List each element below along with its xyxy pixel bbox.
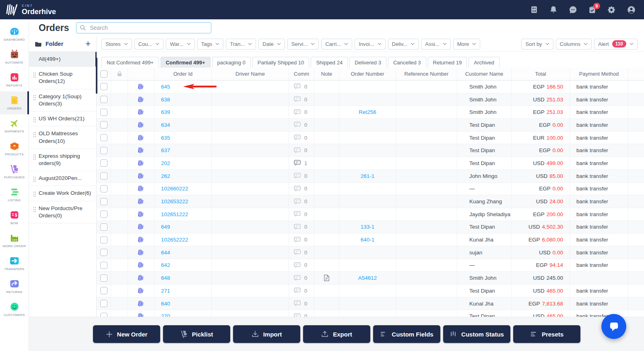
order-number-link[interactable]: 133-1 — [361, 224, 375, 230]
new-order-button[interactable]: New Order — [93, 325, 160, 343]
order-id-link[interactable]: 102651222 — [161, 211, 188, 217]
export-button[interactable]: Export — [303, 325, 370, 343]
order-id-link[interactable]: 635 — [161, 135, 170, 141]
comments-cell[interactable]: 0 — [289, 208, 314, 221]
sidebar-item-purchases[interactable]: PURCHASES — [0, 160, 29, 183]
filter-carri[interactable]: Carri... — [321, 39, 352, 50]
comments-cell[interactable]: 0 — [289, 144, 314, 157]
folder-panel-scrollbar[interactable] — [96, 58, 97, 94]
comments-cell[interactable]: 0 — [289, 81, 314, 93]
tab-confirmed-499[interactable]: Confirmed 499+ — [161, 57, 211, 68]
row-checkbox[interactable] — [100, 121, 107, 128]
note-icon[interactable] — [324, 275, 330, 281]
filter-invoi[interactable]: Invoi... — [355, 39, 385, 50]
calculator-icon[interactable] — [530, 5, 539, 14]
comments-cell[interactable]: 0 — [289, 132, 314, 144]
folder-item-all-499[interactable]: All(499+) — [29, 52, 96, 67]
tab-archived[interactable]: Archived — [469, 57, 500, 68]
drag-handle-icon[interactable] — [33, 191, 36, 197]
row-checkbox[interactable] — [100, 96, 107, 103]
order-number-link[interactable]: Ret256 — [359, 109, 376, 115]
column-header-comments[interactable]: Comm — [289, 68, 314, 80]
order-id-link[interactable]: 102653222 — [161, 198, 188, 204]
folder-item-august2020pen[interactable]: August2020Pen... — [29, 171, 96, 186]
row-checkbox[interactable] — [100, 159, 107, 167]
sidebar-item-shipments[interactable]: SHIPMENTS — [0, 114, 29, 137]
comments-cell[interactable]: 0 — [289, 259, 314, 272]
settings-icon[interactable] — [607, 5, 616, 14]
column-header-order-id[interactable]: Order Id — [155, 68, 212, 80]
drag-handle-icon[interactable] — [33, 206, 36, 213]
order-number-link[interactable]: 261-1 — [361, 173, 375, 179]
filter-more[interactable]: More — [453, 39, 481, 50]
filter-war[interactable]: War... — [166, 39, 194, 50]
sidebar-item-products[interactable]: PRODUCTS — [0, 137, 29, 160]
tab-shipped-24[interactable]: Shipped 24 — [311, 57, 348, 68]
row-checkbox[interactable] — [100, 134, 107, 141]
order-id-link[interactable]: 634 — [161, 122, 170, 128]
row-checkbox[interactable] — [100, 236, 107, 244]
comments-cell[interactable]: 0 — [289, 285, 314, 297]
sidebar-item-orders[interactable]: ORDERS — [0, 91, 29, 114]
order-id-link[interactable]: 638 — [161, 97, 170, 103]
account-icon[interactable] — [627, 5, 636, 14]
order-id-link[interactable]: 644 — [161, 250, 170, 256]
sidebar-item-automate[interactable]: AUTOMATE — [0, 45, 29, 68]
order-id-link[interactable]: 640 — [161, 301, 170, 307]
orderhive-logo[interactable]: CIN7 Orderhive — [5, 3, 56, 17]
sidebar-item-bom[interactable]: $ BOM — [0, 206, 29, 229]
order-id-link[interactable]: 637 — [161, 147, 170, 153]
comments-cell[interactable]: 1 — [289, 157, 314, 169]
add-folder-button[interactable]: + — [85, 39, 91, 48]
filter-servi[interactable]: Servi... — [287, 39, 319, 50]
bell-icon[interactable] — [549, 5, 558, 14]
row-checkbox[interactable] — [100, 172, 107, 180]
sidebar-item-listing[interactable]: LISTING — [0, 183, 29, 206]
comments-cell[interactable]: 0 — [289, 183, 314, 195]
row-checkbox[interactable] — [100, 211, 107, 218]
order-number-link[interactable]: A54612 — [358, 275, 377, 281]
order-id-link[interactable]: 102660222 — [161, 186, 188, 192]
filter-stores[interactable]: Stores — [101, 39, 132, 50]
folder-item-chicken-soup-orders-12[interactable]: Chicken Soup Orders(12) — [29, 67, 96, 89]
chat-launcher[interactable] — [601, 314, 626, 339]
comments-cell[interactable]: 0 — [289, 272, 314, 284]
drag-handle-icon[interactable] — [33, 95, 36, 101]
comments-cell[interactable]: 0 — [289, 233, 314, 246]
filter-tran[interactable]: Tran... — [226, 39, 256, 50]
sidebar-item-transfers[interactable]: TRANSFERS — [0, 252, 29, 275]
tab-delivered-3[interactable]: Delivered 3 — [349, 57, 386, 68]
folder-item-category-1-soup-orders-3[interactable]: Category 1(Soup) Orders(3) — [29, 89, 96, 111]
column-header-total[interactable]: Total — [512, 68, 570, 80]
filter-alert[interactable]: Alert 110 — [594, 39, 638, 50]
search-input[interactable] — [89, 24, 208, 31]
drag-handle-icon[interactable] — [33, 72, 36, 78]
tab-partially-shipped-10[interactable]: Partially Shipped 10 — [252, 57, 310, 68]
comments-cell[interactable]: 0 — [289, 106, 314, 118]
search-box[interactable] — [76, 22, 211, 33]
comments-cell[interactable]: 0 — [289, 246, 314, 259]
folder-item-us-wh-orders-21[interactable]: US WH Orders(21) — [29, 111, 96, 126]
drag-handle-icon[interactable] — [33, 154, 36, 160]
filter-sort-by[interactable]: Sort by — [521, 39, 553, 50]
row-checkbox[interactable] — [100, 198, 107, 205]
folder-item-new-porducts-pre-orders-0[interactable]: New Porducts/Pre Orders(0) — [29, 201, 96, 223]
column-header-note[interactable]: Note — [314, 68, 339, 80]
row-checkbox[interactable] — [100, 249, 107, 256]
row-checkbox[interactable] — [100, 262, 107, 269]
order-id-link[interactable]: 270 — [161, 313, 170, 317]
folder-item-express-shipping-orders-9[interactable]: Express shipping orders(9) — [29, 149, 96, 171]
row-checkbox[interactable] — [100, 109, 107, 116]
order-id-link[interactable]: 649 — [161, 224, 170, 230]
comments-cell[interactable]: 0 — [289, 119, 314, 131]
select-all-checkbox[interactable] — [100, 70, 107, 78]
filter-deliv[interactable]: Deliv... — [388, 39, 419, 50]
column-header-order-number[interactable]: Order Number — [339, 68, 396, 80]
row-checkbox[interactable] — [100, 275, 107, 282]
import-button[interactable]: Import — [233, 325, 300, 343]
row-checkbox[interactable] — [100, 313, 107, 317]
custom-status-button[interactable]: Custom Status — [443, 325, 510, 343]
sidebar-item-returns[interactable]: RETURNS — [0, 275, 29, 298]
sidebar-item-dashboard[interactable]: DASHBOARD — [0, 23, 29, 45]
drag-handle-icon[interactable] — [33, 132, 36, 138]
